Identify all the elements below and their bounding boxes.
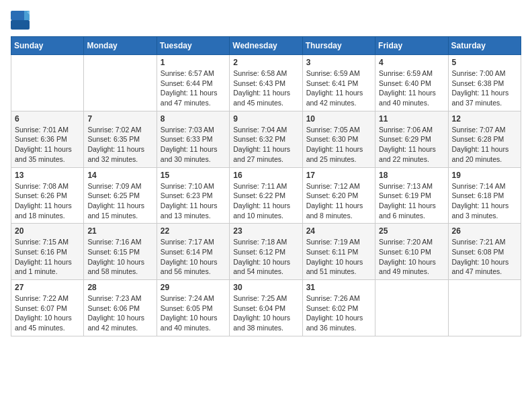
svg-rect-1: [11, 20, 30, 30]
day-info: Sunrise: 6:59 AM Sunset: 6:40 PM Dayligh…: [379, 68, 444, 108]
calendar-cell: 23Sunrise: 7:18 AM Sunset: 6:12 PM Dayli…: [230, 224, 302, 280]
calendar-cell: 12Sunrise: 7:07 AM Sunset: 6:28 PM Dayli…: [448, 111, 521, 167]
calendar-cell: 24Sunrise: 7:19 AM Sunset: 6:11 PM Dayli…: [302, 224, 375, 280]
day-info: Sunrise: 7:04 AM Sunset: 6:32 PM Dayligh…: [233, 125, 298, 165]
day-info: Sunrise: 7:21 AM Sunset: 6:08 PM Dayligh…: [452, 237, 517, 277]
calendar-cell: 14Sunrise: 7:09 AM Sunset: 6:25 PM Dayli…: [84, 167, 157, 224]
calendar-cell: 15Sunrise: 7:10 AM Sunset: 6:23 PM Dayli…: [157, 167, 229, 224]
calendar-cell: 27Sunrise: 7:22 AM Sunset: 6:07 PM Dayli…: [11, 280, 84, 336]
calendar-cell: 17Sunrise: 7:12 AM Sunset: 6:20 PM Dayli…: [302, 167, 375, 224]
weekday-header: Monday: [84, 37, 157, 55]
logo-icon: [11, 11, 30, 30]
day-number: 17: [306, 171, 371, 180]
day-info: Sunrise: 7:20 AM Sunset: 6:10 PM Dayligh…: [379, 237, 444, 277]
calendar-cell: 19Sunrise: 7:14 AM Sunset: 6:18 PM Dayli…: [448, 167, 521, 224]
calendar-cell: 28Sunrise: 7:23 AM Sunset: 6:06 PM Dayli…: [84, 280, 157, 336]
calendar-cell: 20Sunrise: 7:15 AM Sunset: 6:16 PM Dayli…: [11, 224, 84, 280]
day-number: 23: [233, 226, 298, 236]
weekday-header: Saturday: [448, 37, 521, 55]
weekday-header: Thursday: [302, 37, 375, 55]
calendar-cell: 3Sunrise: 6:59 AM Sunset: 6:41 PM Daylig…: [302, 55, 375, 111]
day-number: 31: [306, 283, 371, 292]
calendar-cell: 1Sunrise: 6:57 AM Sunset: 6:44 PM Daylig…: [157, 55, 229, 111]
day-number: 11: [379, 114, 444, 124]
calendar-cell: 18Sunrise: 7:13 AM Sunset: 6:19 PM Dayli…: [375, 167, 448, 224]
day-info: Sunrise: 7:18 AM Sunset: 6:12 PM Dayligh…: [233, 237, 298, 277]
day-info: Sunrise: 7:13 AM Sunset: 6:19 PM Dayligh…: [379, 181, 444, 221]
calendar-cell: 11Sunrise: 7:06 AM Sunset: 6:29 PM Dayli…: [375, 111, 448, 167]
calendar-cell: 30Sunrise: 7:25 AM Sunset: 6:04 PM Dayli…: [230, 280, 302, 336]
calendar-cell: 2Sunrise: 6:58 AM Sunset: 6:43 PM Daylig…: [230, 55, 302, 111]
day-number: 20: [15, 226, 80, 236]
calendar-cell: 8Sunrise: 7:03 AM Sunset: 6:33 PM Daylig…: [157, 111, 229, 167]
day-number: 5: [452, 58, 517, 67]
day-number: 19: [452, 171, 517, 180]
calendar-week-row: 20Sunrise: 7:15 AM Sunset: 6:16 PM Dayli…: [11, 224, 521, 280]
day-number: 9: [233, 114, 298, 124]
day-info: Sunrise: 7:06 AM Sunset: 6:29 PM Dayligh…: [379, 125, 444, 165]
day-info: Sunrise: 7:00 AM Sunset: 6:38 PM Dayligh…: [452, 68, 517, 108]
calendar-table: SundayMondayTuesdayWednesdayThursdayFrid…: [11, 36, 521, 336]
weekday-header: Friday: [375, 37, 448, 55]
day-info: Sunrise: 7:05 AM Sunset: 6:30 PM Dayligh…: [306, 125, 371, 165]
day-info: Sunrise: 7:09 AM Sunset: 6:25 PM Dayligh…: [87, 181, 152, 221]
calendar-cell: 21Sunrise: 7:16 AM Sunset: 6:15 PM Dayli…: [84, 224, 157, 280]
day-info: Sunrise: 7:15 AM Sunset: 6:16 PM Dayligh…: [15, 237, 80, 277]
calendar-cell: [375, 280, 448, 336]
calendar-header-row: SundayMondayTuesdayWednesdayThursdayFrid…: [11, 37, 521, 55]
calendar-cell: 31Sunrise: 7:26 AM Sunset: 6:02 PM Dayli…: [302, 280, 375, 336]
day-number: 12: [452, 114, 517, 124]
calendar-cell: 16Sunrise: 7:11 AM Sunset: 6:22 PM Dayli…: [230, 167, 302, 224]
day-info: Sunrise: 7:07 AM Sunset: 6:28 PM Dayligh…: [452, 125, 517, 165]
day-number: 24: [306, 226, 371, 236]
day-info: Sunrise: 6:58 AM Sunset: 6:43 PM Dayligh…: [233, 68, 298, 108]
calendar-cell: 6Sunrise: 7:01 AM Sunset: 6:36 PM Daylig…: [11, 111, 84, 167]
day-info: Sunrise: 7:23 AM Sunset: 6:06 PM Dayligh…: [87, 293, 152, 333]
day-number: 4: [379, 58, 444, 67]
day-number: 22: [161, 226, 226, 236]
calendar-cell: 26Sunrise: 7:21 AM Sunset: 6:08 PM Dayli…: [448, 224, 521, 280]
calendar-cell: 25Sunrise: 7:20 AM Sunset: 6:10 PM Dayli…: [375, 224, 448, 280]
day-info: Sunrise: 7:10 AM Sunset: 6:23 PM Dayligh…: [161, 181, 226, 221]
weekday-header: Wednesday: [230, 37, 302, 55]
day-number: 7: [87, 114, 152, 124]
day-number: 18: [379, 171, 444, 180]
calendar-cell: 5Sunrise: 7:00 AM Sunset: 6:38 PM Daylig…: [448, 55, 521, 111]
calendar-week-row: 6Sunrise: 7:01 AM Sunset: 6:36 PM Daylig…: [11, 111, 521, 167]
day-number: 13: [15, 171, 80, 180]
day-info: Sunrise: 7:19 AM Sunset: 6:11 PM Dayligh…: [306, 237, 371, 277]
day-number: 25: [379, 226, 444, 236]
calendar-cell: 22Sunrise: 7:17 AM Sunset: 6:14 PM Dayli…: [157, 224, 229, 280]
calendar-week-row: 13Sunrise: 7:08 AM Sunset: 6:26 PM Dayli…: [11, 167, 521, 224]
day-info: Sunrise: 7:14 AM Sunset: 6:18 PM Dayligh…: [452, 181, 517, 221]
day-number: 16: [233, 171, 298, 180]
day-number: 2: [233, 58, 298, 67]
page-header: [11, 11, 521, 30]
day-info: Sunrise: 7:11 AM Sunset: 6:22 PM Dayligh…: [233, 181, 298, 221]
calendar-cell: 13Sunrise: 7:08 AM Sunset: 6:26 PM Dayli…: [11, 167, 84, 224]
day-info: Sunrise: 7:22 AM Sunset: 6:07 PM Dayligh…: [15, 293, 80, 333]
calendar-body: 1Sunrise: 6:57 AM Sunset: 6:44 PM Daylig…: [11, 55, 521, 336]
day-info: Sunrise: 7:24 AM Sunset: 6:05 PM Dayligh…: [161, 293, 226, 333]
day-info: Sunrise: 7:03 AM Sunset: 6:33 PM Dayligh…: [161, 125, 226, 165]
day-number: 28: [87, 283, 152, 292]
weekday-header: Tuesday: [157, 37, 229, 55]
day-info: Sunrise: 6:59 AM Sunset: 6:41 PM Dayligh…: [306, 68, 371, 108]
day-number: 30: [233, 283, 298, 292]
day-number: 8: [161, 114, 226, 124]
day-info: Sunrise: 7:12 AM Sunset: 6:20 PM Dayligh…: [306, 181, 371, 221]
day-info: Sunrise: 7:25 AM Sunset: 6:04 PM Dayligh…: [233, 293, 298, 333]
day-number: 27: [15, 283, 80, 292]
day-number: 6: [15, 114, 80, 124]
calendar-cell: [84, 55, 157, 111]
day-number: 29: [161, 283, 226, 292]
logo: [11, 11, 32, 30]
day-number: 3: [306, 58, 371, 67]
calendar-cell: 4Sunrise: 6:59 AM Sunset: 6:40 PM Daylig…: [375, 55, 448, 111]
day-number: 1: [161, 58, 226, 67]
calendar-week-row: 27Sunrise: 7:22 AM Sunset: 6:07 PM Dayli…: [11, 280, 521, 336]
day-number: 26: [452, 226, 517, 236]
day-info: Sunrise: 7:08 AM Sunset: 6:26 PM Dayligh…: [15, 181, 80, 221]
day-number: 15: [161, 171, 226, 180]
day-info: Sunrise: 7:26 AM Sunset: 6:02 PM Dayligh…: [306, 293, 371, 333]
